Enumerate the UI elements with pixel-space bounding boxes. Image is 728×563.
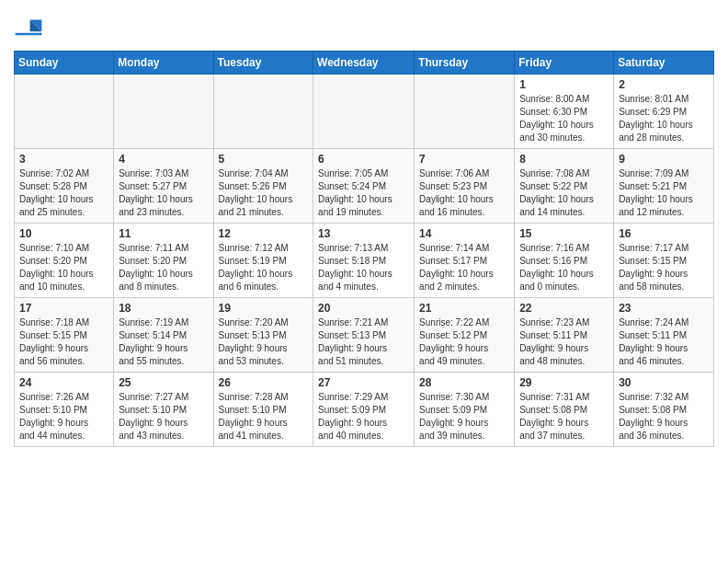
day-number: 18 [119, 302, 208, 315]
day-number: 6 [318, 153, 409, 166]
day-number: 27 [318, 376, 409, 389]
day-number: 13 [318, 227, 409, 240]
calendar-cell: 28Sunrise: 7:30 AM Sunset: 5:09 PM Dayli… [415, 373, 515, 447]
calendar-cell: 11Sunrise: 7:11 AM Sunset: 5:20 PM Dayli… [114, 224, 213, 298]
day-info: Sunrise: 7:21 AM Sunset: 5:13 PM Dayligh… [318, 316, 409, 368]
day-info: Sunrise: 7:06 AM Sunset: 5:23 PM Dayligh… [419, 167, 509, 219]
day-number: 3 [19, 153, 108, 166]
day-info: Sunrise: 7:11 AM Sunset: 5:20 PM Dayligh… [119, 242, 208, 293]
day-info: Sunrise: 7:09 AM Sunset: 5:21 PM Dayligh… [619, 167, 709, 219]
day-info: Sunrise: 7:08 AM Sunset: 5:22 PM Dayligh… [519, 167, 609, 219]
day-number: 7 [419, 153, 509, 166]
calendar-cell: 16Sunrise: 7:17 AM Sunset: 5:15 PM Dayli… [614, 224, 714, 298]
calendar-header-row: SundayMondayTuesdayWednesdayThursdayFrid… [15, 52, 714, 75]
calendar-cell: 7Sunrise: 7:06 AM Sunset: 5:23 PM Daylig… [415, 149, 515, 224]
day-number: 4 [119, 153, 208, 166]
calendar-cell: 25Sunrise: 7:27 AM Sunset: 5:10 PM Dayli… [114, 373, 213, 447]
day-number: 28 [419, 376, 509, 389]
day-info: Sunrise: 7:24 AM Sunset: 5:11 PM Dayligh… [619, 316, 709, 368]
day-number: 5 [219, 153, 309, 166]
day-info: Sunrise: 7:22 AM Sunset: 5:12 PM Dayligh… [419, 316, 509, 368]
calendar-week-row: 17Sunrise: 7:18 AM Sunset: 5:15 PM Dayli… [15, 298, 714, 373]
weekday-header-wednesday: Wednesday [313, 52, 415, 75]
day-number: 2 [619, 78, 709, 91]
day-info: Sunrise: 7:13 AM Sunset: 5:18 PM Dayligh… [318, 242, 409, 293]
weekday-header-friday: Friday [515, 52, 614, 75]
day-number: 10 [19, 227, 108, 240]
day-info: Sunrise: 7:10 AM Sunset: 5:20 PM Dayligh… [19, 242, 108, 293]
day-number: 29 [519, 376, 609, 389]
calendar-week-row: 1Sunrise: 8:00 AM Sunset: 6:30 PM Daylig… [15, 75, 714, 149]
day-info: Sunrise: 7:03 AM Sunset: 5:27 PM Dayligh… [119, 167, 208, 219]
weekday-header-sunday: Sunday [15, 52, 114, 75]
calendar-week-row: 10Sunrise: 7:10 AM Sunset: 5:20 PM Dayli… [15, 224, 714, 298]
weekday-header-monday: Monday [114, 52, 213, 75]
day-info: Sunrise: 7:23 AM Sunset: 5:11 PM Dayligh… [519, 316, 609, 368]
day-info: Sunrise: 7:12 AM Sunset: 5:19 PM Dayligh… [219, 242, 309, 293]
calendar-cell: 12Sunrise: 7:12 AM Sunset: 5:19 PM Dayli… [213, 224, 313, 298]
calendar-cell [313, 75, 415, 149]
calendar-cell: 4Sunrise: 7:03 AM Sunset: 5:27 PM Daylig… [114, 149, 213, 224]
calendar-cell: 15Sunrise: 7:16 AM Sunset: 5:16 PM Dayli… [515, 224, 614, 298]
day-number: 11 [119, 227, 208, 240]
weekday-header-thursday: Thursday [415, 52, 515, 75]
day-info: Sunrise: 8:00 AM Sunset: 6:30 PM Dayligh… [519, 93, 609, 144]
calendar-cell: 18Sunrise: 7:19 AM Sunset: 5:14 PM Dayli… [114, 298, 213, 373]
calendar-table: SundayMondayTuesdayWednesdayThursdayFrid… [14, 51, 714, 447]
svg-rect-3 [16, 33, 42, 35]
day-number: 8 [519, 153, 609, 166]
day-info: Sunrise: 7:02 AM Sunset: 5:28 PM Dayligh… [19, 167, 108, 219]
calendar-cell [114, 75, 213, 149]
calendar-cell: 24Sunrise: 7:26 AM Sunset: 5:10 PM Dayli… [15, 373, 114, 447]
calendar-cell [15, 75, 114, 149]
day-number: 22 [519, 302, 609, 315]
calendar-week-row: 24Sunrise: 7:26 AM Sunset: 5:10 PM Dayli… [15, 373, 714, 447]
day-info: Sunrise: 7:05 AM Sunset: 5:24 PM Dayligh… [318, 167, 409, 219]
day-number: 1 [519, 78, 609, 91]
calendar-cell: 6Sunrise: 7:05 AM Sunset: 5:24 PM Daylig… [313, 149, 415, 224]
calendar-cell [415, 75, 515, 149]
day-number: 23 [619, 302, 709, 315]
day-number: 21 [419, 302, 509, 315]
day-info: Sunrise: 7:04 AM Sunset: 5:26 PM Dayligh… [219, 167, 309, 219]
day-number: 24 [19, 376, 108, 389]
calendar-cell [213, 75, 313, 149]
day-info: Sunrise: 7:31 AM Sunset: 5:08 PM Dayligh… [519, 391, 609, 442]
day-info: Sunrise: 7:14 AM Sunset: 5:17 PM Dayligh… [419, 242, 509, 293]
calendar-cell: 8Sunrise: 7:08 AM Sunset: 5:22 PM Daylig… [515, 149, 614, 224]
calendar-cell: 5Sunrise: 7:04 AM Sunset: 5:26 PM Daylig… [213, 149, 313, 224]
calendar-cell: 17Sunrise: 7:18 AM Sunset: 5:15 PM Dayli… [15, 298, 114, 373]
logo [14, 14, 47, 43]
calendar-cell: 9Sunrise: 7:09 AM Sunset: 5:21 PM Daylig… [614, 149, 714, 224]
calendar-cell: 1Sunrise: 8:00 AM Sunset: 6:30 PM Daylig… [515, 75, 614, 149]
header [14, 9, 714, 43]
day-info: Sunrise: 7:18 AM Sunset: 5:15 PM Dayligh… [19, 316, 108, 368]
calendar-cell: 14Sunrise: 7:14 AM Sunset: 5:17 PM Dayli… [415, 224, 515, 298]
day-number: 12 [219, 227, 309, 240]
day-number: 15 [519, 227, 609, 240]
day-number: 20 [318, 302, 409, 315]
day-number: 14 [419, 227, 509, 240]
weekday-header-saturday: Saturday [614, 52, 714, 75]
day-number: 26 [219, 376, 309, 389]
day-number: 16 [619, 227, 709, 240]
calendar-cell: 27Sunrise: 7:29 AM Sunset: 5:09 PM Dayli… [313, 373, 415, 447]
calendar-cell: 26Sunrise: 7:28 AM Sunset: 5:10 PM Dayli… [213, 373, 313, 447]
day-number: 19 [219, 302, 309, 315]
calendar-cell: 20Sunrise: 7:21 AM Sunset: 5:13 PM Dayli… [313, 298, 415, 373]
day-info: Sunrise: 7:29 AM Sunset: 5:09 PM Dayligh… [318, 391, 409, 442]
day-info: Sunrise: 7:17 AM Sunset: 5:15 PM Dayligh… [619, 242, 709, 293]
calendar-week-row: 3Sunrise: 7:02 AM Sunset: 5:28 PM Daylig… [15, 149, 714, 224]
calendar-cell: 10Sunrise: 7:10 AM Sunset: 5:20 PM Dayli… [15, 224, 114, 298]
day-info: Sunrise: 7:19 AM Sunset: 5:14 PM Dayligh… [119, 316, 208, 368]
calendar-cell: 23Sunrise: 7:24 AM Sunset: 5:11 PM Dayli… [614, 298, 714, 373]
calendar-cell: 21Sunrise: 7:22 AM Sunset: 5:12 PM Dayli… [415, 298, 515, 373]
calendar-cell: 22Sunrise: 7:23 AM Sunset: 5:11 PM Dayli… [515, 298, 614, 373]
day-info: Sunrise: 7:27 AM Sunset: 5:10 PM Dayligh… [119, 391, 208, 442]
day-number: 30 [619, 376, 709, 389]
weekday-header-tuesday: Tuesday [213, 52, 313, 75]
day-number: 17 [19, 302, 108, 315]
day-info: Sunrise: 7:26 AM Sunset: 5:10 PM Dayligh… [19, 391, 108, 442]
calendar-cell: 2Sunrise: 8:01 AM Sunset: 6:29 PM Daylig… [614, 75, 714, 149]
calendar-cell: 19Sunrise: 7:20 AM Sunset: 5:13 PM Dayli… [213, 298, 313, 373]
